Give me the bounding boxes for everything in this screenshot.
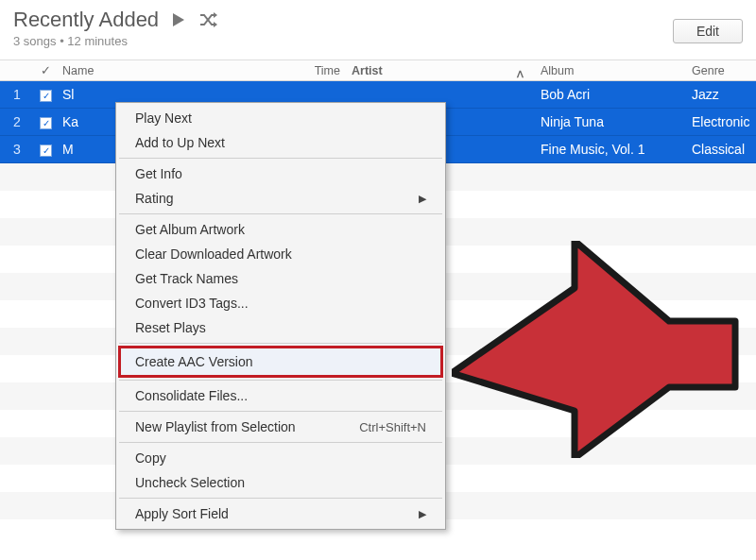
menu-copy[interactable]: Copy bbox=[118, 446, 443, 470]
row-index: 1 bbox=[0, 87, 34, 102]
menu-get-album-artwork[interactable]: Get Album Artwork bbox=[118, 217, 443, 242]
row-album: Bob Acri bbox=[535, 87, 686, 102]
checkbox-icon[interactable]: ✓ bbox=[40, 144, 52, 157]
shuffle-icon[interactable] bbox=[198, 11, 219, 28]
row-genre: Electronic bbox=[686, 114, 756, 129]
menu-convert-id3[interactable]: Convert ID3 Tags... bbox=[118, 291, 443, 315]
page-title: Recently Added bbox=[13, 8, 159, 32]
menu-separator bbox=[119, 442, 442, 443]
checkbox-icon[interactable]: ✓ bbox=[40, 117, 52, 129]
column-time[interactable]: Time bbox=[299, 64, 346, 77]
column-name[interactable]: Name bbox=[57, 64, 299, 77]
menu-separator bbox=[119, 343, 442, 344]
svg-marker-0 bbox=[173, 13, 184, 26]
menu-new-playlist[interactable]: New Playlist from Selection Ctrl+Shift+N bbox=[118, 415, 443, 439]
row-index: 2 bbox=[0, 114, 34, 129]
column-album[interactable]: Album bbox=[535, 64, 686, 77]
row-album: Ninja Tuna bbox=[535, 114, 686, 129]
menu-shortcut: Ctrl+Shift+N bbox=[359, 420, 426, 434]
edit-button[interactable]: Edit bbox=[673, 19, 743, 43]
table-header: ✓ Name Time Artist ᐱ Album Genre bbox=[0, 60, 756, 81]
chevron-right-icon: ▶ bbox=[419, 508, 426, 520]
menu-rating[interactable]: Rating ▶ bbox=[118, 186, 443, 211]
row-name: Sl bbox=[57, 87, 299, 102]
menu-create-aac[interactable]: Create AAC Version bbox=[118, 346, 443, 378]
row-album: Fine Music, Vol. 1 bbox=[535, 142, 686, 157]
menu-consolidate[interactable]: Consolidate Files... bbox=[118, 383, 443, 408]
menu-reset-plays[interactable]: Reset Plays bbox=[118, 315, 443, 340]
row-index: 3 bbox=[0, 142, 34, 157]
checkbox-icon[interactable]: ✓ bbox=[40, 90, 52, 102]
sort-caret-icon: ᐱ bbox=[517, 69, 524, 79]
column-genre[interactable]: Genre bbox=[686, 64, 756, 77]
menu-play-next[interactable]: Play Next bbox=[118, 106, 443, 130]
menu-uncheck[interactable]: Uncheck Selection bbox=[118, 470, 443, 495]
row-genre: Jazz bbox=[686, 87, 756, 102]
menu-get-info[interactable]: Get Info bbox=[118, 161, 443, 186]
row-genre: Classical bbox=[686, 142, 756, 157]
play-icon[interactable] bbox=[170, 11, 187, 28]
column-check[interactable]: ✓ bbox=[34, 63, 57, 77]
menu-clear-downloaded-artwork[interactable]: Clear Downloaded Artwork bbox=[118, 242, 443, 266]
column-artist[interactable]: Artist ᐱ bbox=[346, 64, 535, 77]
header: Recently Added 3 songs • 12 minutes Edit bbox=[0, 0, 756, 60]
menu-separator bbox=[119, 158, 442, 159]
menu-apply-sort[interactable]: Apply Sort Field ▶ bbox=[118, 501, 443, 526]
subtitle: 3 songs • 12 minutes bbox=[13, 34, 673, 48]
menu-get-track-names[interactable]: Get Track Names bbox=[118, 266, 443, 291]
menu-separator bbox=[119, 213, 442, 214]
menu-separator bbox=[119, 411, 442, 412]
menu-separator bbox=[119, 380, 442, 381]
menu-add-up-next[interactable]: Add to Up Next bbox=[118, 130, 443, 155]
context-menu: Play Next Add to Up Next Get Info Rating… bbox=[115, 102, 446, 530]
chevron-right-icon: ▶ bbox=[419, 193, 426, 205]
menu-separator bbox=[119, 498, 442, 499]
